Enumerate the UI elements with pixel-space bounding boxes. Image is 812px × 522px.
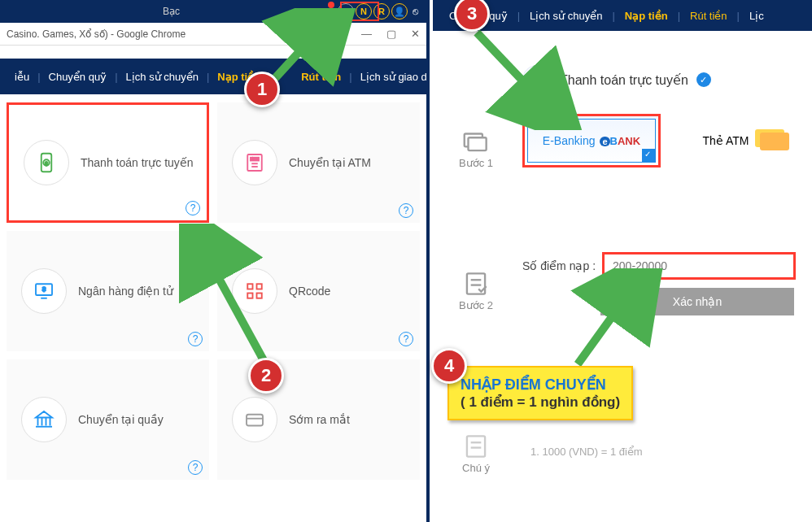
mail-icon[interactable]: ✉0	[320, 5, 330, 18]
window-titlebar: Casino. Games, Xổ số) - Google Chrome — …	[0, 23, 426, 46]
annotation-box-line1: NHẬP ĐIỂM CHUYỂN	[461, 376, 620, 394]
bank-icon	[21, 397, 67, 442]
top-header: Bạc ✉0 C N R 👤 ⎋	[0, 0, 426, 23]
monitor-money-icon: $	[21, 268, 67, 314]
help-icon[interactable]: ?	[186, 201, 200, 215]
help-icon[interactable]: ?	[399, 332, 413, 346]
cards-icon	[461, 126, 491, 152]
window-title: Casino. Games, Xổ số) - Google Chrome	[7, 28, 186, 40]
win-minimize[interactable]: —	[361, 28, 372, 40]
nav-item-0[interactable]: iễu	[7, 71, 37, 83]
step-2: Bước 2	[447, 268, 504, 311]
rank-label: Bạc	[163, 6, 180, 17]
atm-cards-icon	[755, 129, 789, 152]
annotation-1: 1	[244, 72, 280, 107]
nav-item-5[interactable]: Lịch sử giao dịch	[352, 71, 426, 83]
confirm-button[interactable]: Xác nhận	[600, 288, 794, 315]
points-input[interactable]	[602, 252, 796, 280]
svg-text:$: $	[42, 285, 46, 293]
mail-badge: 0	[328, 2, 334, 8]
card-label: Chuyển tại ATM	[289, 156, 371, 169]
method-ebanking[interactable]: E-Banking eBANK	[522, 114, 661, 167]
annotation-2: 2	[248, 358, 284, 394]
win-close[interactable]: ✕	[411, 28, 420, 40]
ebank-logo: eBANK	[600, 135, 640, 147]
svg-text:ATM: ATM	[251, 158, 258, 161]
card-label: Ngân hàng điện tử	[78, 285, 173, 298]
points-input-label: Số điểm nạp :	[522, 259, 596, 272]
card-icon	[232, 397, 277, 442]
left-navbar: iễu| Chuyển quỹ| Lịch sử chuyển| Nạp tiề…	[0, 59, 426, 94]
svg-rect-25	[469, 137, 487, 150]
selected-corner-icon	[642, 149, 655, 162]
card-ebanking[interactable]: $ Ngân hàng điện tử ?	[7, 231, 209, 351]
card-label: QRcode	[289, 285, 330, 298]
card-atm-transfer[interactable]: ATM Chuyển tại ATM ?	[217, 102, 420, 223]
method-atm[interactable]: Thẻ ATM	[677, 114, 812, 167]
help-icon[interactable]: ?	[188, 460, 203, 475]
logout-icon[interactable]: ⎋	[413, 6, 418, 17]
rnav-item-3[interactable]: Rút tiền	[680, 10, 737, 22]
card-qrcode[interactable]: QRcode ?	[217, 231, 420, 351]
card-label: Thanh toán trực tuyến	[81, 156, 194, 169]
points-input-row: Số điểm nạp :	[522, 252, 796, 280]
card-online-payment[interactable]: $ Thanh toán trực tuyến ?	[7, 102, 209, 223]
payment-methods-grid: $ Thanh toán trực tuyến ? ATM Chuyển tại…	[0, 94, 426, 488]
svg-rect-14	[257, 294, 262, 298]
form-icon	[461, 268, 491, 294]
help-icon[interactable]: ?	[399, 203, 413, 218]
step-2-label: Bước 2	[447, 299, 504, 311]
step-1-label: Bước 1	[447, 157, 504, 169]
rnav-item-1[interactable]: Lịch sử chuyển	[520, 10, 612, 22]
annotation-4: 4	[431, 348, 467, 384]
note-icon	[461, 431, 491, 457]
card-label: Chuyển tại quầy	[78, 413, 164, 426]
step-1: Bước 1	[447, 126, 504, 169]
phone-money-icon: $	[24, 140, 69, 185]
note-text: 1. 1000 (VND) = 1 điểm	[530, 446, 643, 458]
annotation-box-line2: ( 1 điểm = 1 nghìn đồng)	[461, 394, 620, 411]
header-icon-user[interactable]: 👤	[391, 3, 408, 20]
svg-rect-11	[247, 284, 252, 289]
card-label: Sớm ra mắt	[289, 413, 350, 426]
svg-rect-13	[247, 294, 252, 298]
atm-icon: ATM	[232, 140, 277, 185]
nav-item-2[interactable]: Lịch sử chuyển	[118, 71, 207, 83]
step-note-label: Chú ý	[447, 462, 504, 474]
method-atm-label: Thẻ ATM	[703, 134, 749, 147]
annotation-box: NHẬP ĐIỂM CHUYỂN ( 1 điểm = 1 nghìn đồng…	[447, 366, 633, 420]
check-badge-icon: ✓	[696, 72, 711, 87]
nav-item-1[interactable]: Chuyển quỹ	[41, 71, 116, 83]
svg-text:$: $	[45, 160, 48, 166]
card-counter[interactable]: Chuyển tại quầy ?	[7, 359, 209, 480]
annotation-highlight-n	[340, 2, 379, 21]
help-icon[interactable]: ?	[188, 332, 203, 346]
nav-item-4[interactable]: Rút tiền	[293, 71, 349, 83]
svg-rect-20	[247, 415, 263, 426]
section-title-text: Thanh toán trực tuyến	[560, 72, 688, 88]
svg-rect-12	[257, 284, 262, 289]
phone-money-icon	[522, 65, 552, 94]
method-ebanking-label: E-Banking	[543, 134, 596, 147]
svg-rect-29	[467, 436, 485, 456]
svg-point-23	[535, 77, 539, 82]
step-note: Chú ý	[447, 431, 504, 474]
rnav-item-2[interactable]: Nạp tiền	[615, 10, 678, 22]
rnav-item-4[interactable]: Lịc	[740, 10, 774, 22]
section-title: Thanh toán trực tuyến ✓	[522, 65, 711, 94]
qr-icon	[232, 268, 277, 314]
win-maximize[interactable]: ▢	[386, 28, 396, 40]
window-buttons: — ▢ ✕	[361, 28, 420, 40]
